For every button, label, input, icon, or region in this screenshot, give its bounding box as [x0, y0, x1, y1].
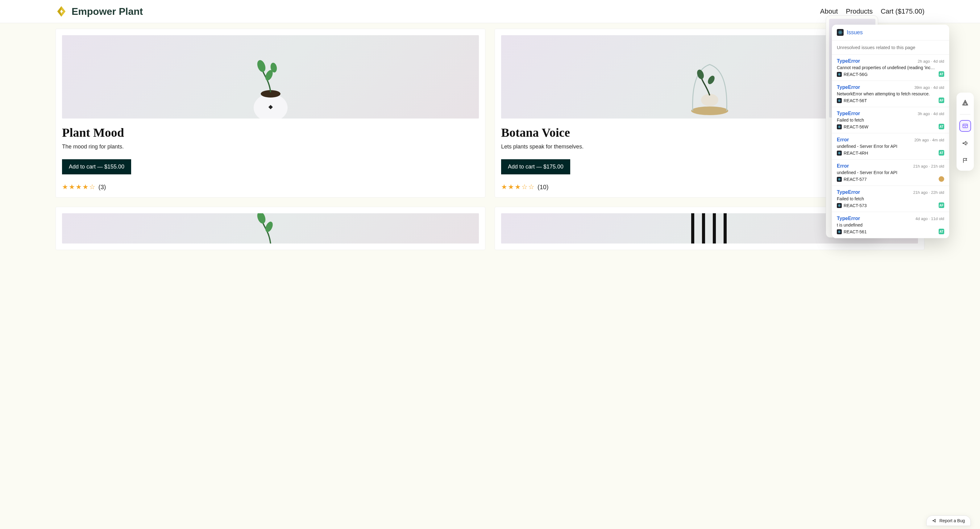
react-icon: [837, 177, 842, 182]
issue-type: TypeError: [837, 111, 860, 116]
megaphone-tool-button[interactable]: [959, 137, 971, 149]
rating-count: (10): [538, 184, 549, 191]
svg-point-11: [256, 213, 267, 225]
react-icon: [837, 151, 842, 156]
report-bug-button[interactable]: Report a Bug: [926, 515, 971, 526]
issue-item[interactable]: TypeError2h ago · 4d oldCannot read prop…: [832, 55, 949, 81]
brand-name: Empower Plant: [72, 6, 143, 17]
plant-icon: [240, 46, 301, 118]
product-image: [62, 213, 479, 244]
issue-time: 39m ago · 4d old: [914, 85, 944, 90]
issue-id: REACT-4RH: [844, 151, 868, 156]
star-icon: ★★★★☆: [62, 183, 96, 191]
svg-point-2: [256, 59, 267, 73]
svg-point-9: [706, 75, 716, 86]
issue-message: Cannot read properties of undefined (rea…: [837, 65, 944, 70]
issues-panel-header: Issues: [832, 25, 949, 40]
svg-rect-53: [963, 124, 968, 128]
brand-logo-icon: [56, 6, 67, 17]
react-icon: [837, 124, 842, 129]
issue-type: TypeError: [837, 58, 860, 64]
issue-message: t is undefined: [837, 223, 944, 228]
issue-item[interactable]: TypeError39m ago · 4d oldNetworkError wh…: [832, 81, 949, 107]
issues-tool-button[interactable]: [959, 120, 971, 132]
svg-point-49: [839, 231, 840, 232]
plant-icon: [240, 213, 301, 244]
sticks-icon: [685, 213, 734, 244]
svg-rect-15: [702, 213, 705, 244]
assignee-avatar: AT: [939, 71, 944, 77]
issue-item[interactable]: TypeError3h ago · 4d oldFailed to fetchR…: [832, 107, 949, 133]
svg-point-8: [696, 69, 705, 80]
nav-about[interactable]: About: [820, 7, 838, 16]
report-bug-label: Report a Bug: [940, 518, 965, 523]
add-to-cart-button[interactable]: Add to cart — $155.00: [62, 159, 131, 174]
issue-time: 4d ago · 11d old: [915, 216, 944, 221]
product-title: Plant Mood: [62, 125, 479, 140]
svg-point-25: [839, 74, 840, 75]
issue-message: undefined - Server Error for API: [837, 170, 944, 175]
issue-message: Failed to fetch: [837, 118, 944, 123]
product-image: [62, 35, 479, 118]
dev-toolbar: [956, 92, 974, 170]
react-icon: [837, 29, 844, 36]
issue-item[interactable]: Error21h ago · 21h oldundefined - Server…: [832, 159, 949, 186]
svg-point-33: [839, 126, 840, 127]
assignee-avatar: AT: [939, 124, 944, 129]
megaphone-icon: [932, 518, 937, 523]
issue-id: REACT-573: [844, 203, 867, 208]
issue-id: REACT-56T: [844, 98, 867, 103]
svg-point-21: [840, 32, 841, 33]
nav-products[interactable]: Products: [846, 7, 873, 16]
issue-item[interactable]: Error20h ago · 4m oldundefined - Server …: [832, 133, 949, 159]
issue-type: Error: [837, 137, 849, 143]
svg-rect-19: [724, 213, 727, 244]
star-icon: ★★★☆☆: [501, 183, 535, 191]
flag-tool-button[interactable]: [959, 155, 971, 166]
react-icon: [837, 203, 842, 208]
svg-point-29: [839, 100, 840, 101]
issue-id: REACT-561: [844, 229, 867, 234]
assignee-avatar: [939, 176, 944, 182]
react-icon: [837, 72, 842, 77]
svg-point-45: [839, 205, 840, 206]
issue-message: NetworkError when attempting to fetch re…: [837, 91, 944, 96]
issue-type: TypeError: [837, 216, 860, 221]
issue-time: 21h ago · 21h old: [913, 164, 944, 169]
sentry-icon[interactable]: [959, 97, 971, 108]
product-card: Plant Mood The mood ring for plants. Add…: [56, 29, 485, 198]
issue-id: REACT-56G: [844, 72, 868, 77]
issue-type: TypeError: [837, 84, 860, 90]
brand[interactable]: Empower Plant: [56, 6, 143, 17]
issue-item[interactable]: TypeError4d ago · 11d oldt is undefinedR…: [832, 212, 949, 238]
assignee-avatar: AF: [939, 202, 944, 208]
nav-cart[interactable]: Cart ($175.00): [881, 7, 924, 16]
assignee-avatar: AT: [939, 150, 944, 156]
svg-point-6: [691, 107, 728, 115]
assignee-avatar: AF: [939, 97, 944, 103]
svg-rect-17: [713, 213, 716, 244]
issue-list: TypeError2h ago · 4d oldCannot read prop…: [832, 55, 949, 238]
issue-message: undefined - Server Error for API: [837, 144, 944, 149]
rating-count: (3): [99, 184, 106, 191]
react-icon: [837, 98, 842, 103]
issue-type: TypeError: [837, 190, 860, 195]
issue-time: 21h ago · 22h old: [913, 190, 944, 195]
plant-dome-icon: [679, 46, 741, 118]
add-to-cart-button[interactable]: Add to cart — $175.00: [501, 159, 570, 174]
issue-message: Failed to fetch: [837, 196, 944, 201]
svg-point-12: [264, 220, 274, 233]
product-description: The mood ring for plants.: [62, 143, 479, 150]
issue-type: Error: [837, 163, 849, 169]
issue-time: 3h ago · 4d old: [918, 112, 944, 116]
assignee-avatar: AT: [939, 229, 944, 234]
issues-panel: Issues Unresolved issues related to this…: [832, 25, 949, 238]
product-card: [56, 207, 485, 250]
svg-point-41: [839, 179, 840, 180]
issue-time: 20h ago · 4m old: [914, 138, 944, 142]
main-nav: About Products Cart ($175.00): [820, 7, 924, 16]
product-rating: ★★★★☆ (3): [62, 183, 479, 191]
issues-panel-title[interactable]: Issues: [847, 29, 863, 36]
issue-item[interactable]: TypeError21h ago · 22h oldFailed to fetc…: [832, 186, 949, 212]
issues-panel-subtitle: Unresolved issues related to this page: [832, 40, 949, 55]
